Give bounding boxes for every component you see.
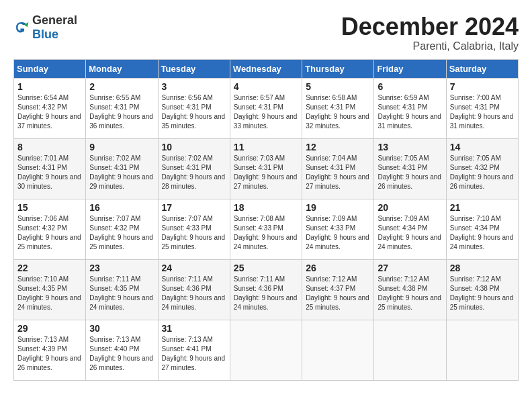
table-row bbox=[230, 320, 302, 380]
day-info: Sunrise: 7:05 AMSunset: 4:32 PMDaylight:… bbox=[450, 154, 515, 191]
day-number: 30 bbox=[89, 323, 154, 334]
day-number: 19 bbox=[306, 202, 370, 213]
day-info: Sunrise: 7:02 AMSunset: 4:31 PMDaylight:… bbox=[162, 154, 226, 191]
table-row: 8 Sunrise: 7:01 AMSunset: 4:31 PMDayligh… bbox=[14, 138, 86, 199]
table-row: 30 Sunrise: 7:13 AMSunset: 4:40 PMDaylig… bbox=[86, 320, 158, 380]
table-row: 18 Sunrise: 7:08 AMSunset: 4:33 PMDaylig… bbox=[230, 199, 302, 259]
table-row bbox=[374, 320, 446, 380]
calendar-week-row: 8 Sunrise: 7:01 AMSunset: 4:31 PMDayligh… bbox=[14, 138, 519, 199]
calendar-week-row: 22 Sunrise: 7:10 AMSunset: 4:35 PMDaylig… bbox=[14, 259, 519, 320]
day-number: 26 bbox=[306, 263, 370, 273]
col-sunday: Sunday bbox=[14, 59, 86, 78]
day-number: 1 bbox=[17, 81, 82, 92]
day-number: 29 bbox=[17, 323, 82, 334]
page-header: General Blue December 2024 Parenti, Cala… bbox=[13, 13, 519, 52]
weekday-header-row: Sunday Monday Tuesday Wednesday Thursday… bbox=[14, 59, 519, 78]
table-row: 20 Sunrise: 7:09 AMSunset: 4:34 PMDaylig… bbox=[374, 199, 446, 259]
day-number: 7 bbox=[450, 81, 515, 92]
day-info: Sunrise: 6:58 AMSunset: 4:31 PMDaylight:… bbox=[306, 93, 370, 131]
day-info: Sunrise: 7:00 AMSunset: 4:31 PMDaylight:… bbox=[450, 93, 515, 131]
table-row: 7 Sunrise: 7:00 AMSunset: 4:31 PMDayligh… bbox=[446, 78, 518, 138]
day-info: Sunrise: 6:56 AMSunset: 4:31 PMDaylight:… bbox=[162, 93, 226, 131]
col-thursday: Thursday bbox=[302, 59, 374, 78]
table-row: 6 Sunrise: 6:59 AMSunset: 4:31 PMDayligh… bbox=[374, 78, 446, 138]
logo-general: General bbox=[32, 13, 77, 27]
table-row: 23 Sunrise: 7:11 AMSunset: 4:35 PMDaylig… bbox=[86, 259, 158, 320]
day-info: Sunrise: 7:10 AMSunset: 4:35 PMDaylight:… bbox=[17, 275, 82, 312]
day-info: Sunrise: 6:59 AMSunset: 4:31 PMDaylight:… bbox=[378, 93, 442, 131]
day-info: Sunrise: 7:01 AMSunset: 4:31 PMDaylight:… bbox=[17, 154, 82, 191]
table-row: 4 Sunrise: 6:57 AMSunset: 4:31 PMDayligh… bbox=[230, 78, 302, 138]
day-number: 8 bbox=[17, 142, 82, 152]
table-row: 26 Sunrise: 7:12 AMSunset: 4:37 PMDaylig… bbox=[302, 259, 374, 320]
logo: General Blue bbox=[13, 13, 77, 42]
day-number: 13 bbox=[378, 142, 442, 152]
col-saturday: Saturday bbox=[446, 59, 518, 78]
day-info: Sunrise: 7:02 AMSunset: 4:31 PMDaylight:… bbox=[89, 154, 154, 191]
day-info: Sunrise: 6:55 AMSunset: 4:31 PMDaylight:… bbox=[89, 93, 154, 131]
col-wednesday: Wednesday bbox=[230, 59, 302, 78]
day-number: 27 bbox=[378, 263, 442, 273]
logo-text: General Blue bbox=[32, 13, 77, 42]
table-row: 11 Sunrise: 7:03 AMSunset: 4:31 PMDaylig… bbox=[230, 138, 302, 199]
day-info: Sunrise: 7:11 AMSunset: 4:35 PMDaylight:… bbox=[89, 275, 154, 312]
month-title: December 2024 bbox=[341, 13, 519, 40]
table-row: 14 Sunrise: 7:05 AMSunset: 4:32 PMDaylig… bbox=[446, 138, 518, 199]
title-block: December 2024 Parenti, Calabria, Italy bbox=[341, 13, 519, 52]
day-number: 23 bbox=[89, 263, 154, 273]
day-number: 24 bbox=[162, 263, 226, 273]
day-info: Sunrise: 7:12 AMSunset: 4:38 PMDaylight:… bbox=[450, 275, 515, 312]
day-info: Sunrise: 7:11 AMSunset: 4:36 PMDaylight:… bbox=[162, 275, 226, 312]
day-info: Sunrise: 7:03 AMSunset: 4:31 PMDaylight:… bbox=[234, 154, 298, 191]
day-info: Sunrise: 7:09 AMSunset: 4:33 PMDaylight:… bbox=[306, 214, 370, 252]
table-row: 2 Sunrise: 6:55 AMSunset: 4:31 PMDayligh… bbox=[86, 78, 158, 138]
calendar-week-row: 29 Sunrise: 7:13 AMSunset: 4:39 PMDaylig… bbox=[14, 320, 519, 380]
day-info: Sunrise: 7:08 AMSunset: 4:33 PMDaylight:… bbox=[234, 214, 298, 252]
day-info: Sunrise: 7:13 AMSunset: 4:40 PMDaylight:… bbox=[89, 335, 154, 373]
logo-blue: Blue bbox=[32, 28, 58, 41]
day-info: Sunrise: 7:04 AMSunset: 4:31 PMDaylight:… bbox=[306, 154, 370, 191]
table-row: 27 Sunrise: 7:12 AMSunset: 4:38 PMDaylig… bbox=[374, 259, 446, 320]
day-number: 22 bbox=[17, 263, 82, 273]
day-info: Sunrise: 7:07 AMSunset: 4:32 PMDaylight:… bbox=[89, 214, 154, 252]
day-info: Sunrise: 7:13 AMSunset: 4:39 PMDaylight:… bbox=[17, 335, 82, 373]
day-number: 20 bbox=[378, 202, 442, 213]
day-number: 5 bbox=[306, 81, 370, 92]
day-number: 14 bbox=[450, 142, 515, 152]
day-number: 10 bbox=[162, 142, 226, 152]
day-number: 21 bbox=[450, 202, 515, 213]
day-number: 17 bbox=[162, 202, 226, 213]
table-row: 21 Sunrise: 7:10 AMSunset: 4:34 PMDaylig… bbox=[446, 199, 518, 259]
table-row: 29 Sunrise: 7:13 AMSunset: 4:39 PMDaylig… bbox=[14, 320, 86, 380]
table-row: 9 Sunrise: 7:02 AMSunset: 4:31 PMDayligh… bbox=[86, 138, 158, 199]
col-friday: Friday bbox=[374, 59, 446, 78]
col-tuesday: Tuesday bbox=[158, 59, 230, 78]
location-title: Parenti, Calabria, Italy bbox=[341, 40, 519, 52]
day-number: 2 bbox=[89, 81, 154, 92]
day-info: Sunrise: 7:05 AMSunset: 4:31 PMDaylight:… bbox=[378, 154, 442, 191]
calendar-table: Sunday Monday Tuesday Wednesday Thursday… bbox=[13, 59, 519, 381]
day-number: 28 bbox=[450, 263, 515, 273]
day-number: 9 bbox=[89, 142, 154, 152]
table-row: 19 Sunrise: 7:09 AMSunset: 4:33 PMDaylig… bbox=[302, 199, 374, 259]
day-number: 11 bbox=[234, 142, 298, 152]
day-info: Sunrise: 7:12 AMSunset: 4:37 PMDaylight:… bbox=[306, 275, 370, 312]
day-number: 3 bbox=[162, 81, 226, 92]
day-info: Sunrise: 6:57 AMSunset: 4:31 PMDaylight:… bbox=[234, 93, 298, 131]
day-number: 16 bbox=[89, 202, 154, 213]
table-row: 12 Sunrise: 7:04 AMSunset: 4:31 PMDaylig… bbox=[302, 138, 374, 199]
table-row: 1 Sunrise: 6:54 AMSunset: 4:32 PMDayligh… bbox=[14, 78, 86, 138]
table-row: 15 Sunrise: 7:06 AMSunset: 4:32 PMDaylig… bbox=[14, 199, 86, 259]
table-row bbox=[302, 320, 374, 380]
calendar-week-row: 1 Sunrise: 6:54 AMSunset: 4:32 PMDayligh… bbox=[14, 78, 519, 138]
table-row: 24 Sunrise: 7:11 AMSunset: 4:36 PMDaylig… bbox=[158, 259, 230, 320]
calendar-week-row: 15 Sunrise: 7:06 AMSunset: 4:32 PMDaylig… bbox=[14, 199, 519, 259]
day-number: 25 bbox=[234, 263, 298, 273]
table-row: 22 Sunrise: 7:10 AMSunset: 4:35 PMDaylig… bbox=[14, 259, 86, 320]
table-row: 25 Sunrise: 7:11 AMSunset: 4:36 PMDaylig… bbox=[230, 259, 302, 320]
table-row: 13 Sunrise: 7:05 AMSunset: 4:31 PMDaylig… bbox=[374, 138, 446, 199]
table-row: 3 Sunrise: 6:56 AMSunset: 4:31 PMDayligh… bbox=[158, 78, 230, 138]
day-number: 15 bbox=[17, 202, 82, 213]
day-info: Sunrise: 7:13 AMSunset: 4:41 PMDaylight:… bbox=[162, 335, 226, 373]
day-number: 31 bbox=[162, 323, 226, 334]
